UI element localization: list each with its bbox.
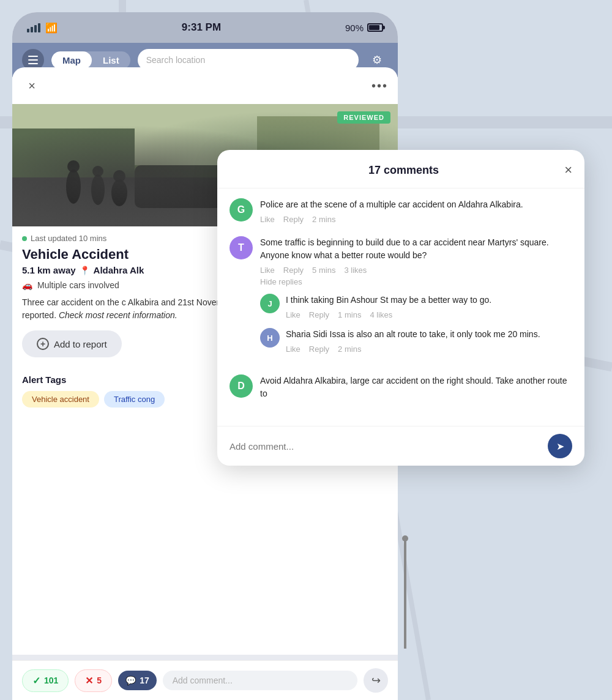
comment-text: Avoid Aldahra Alkabira, large car accide… (260, 374, 572, 400)
reply-button[interactable]: Reply (283, 266, 304, 275)
comment-count-button[interactable]: 💬 17 (118, 671, 157, 690)
car-icon: 🚗 (22, 280, 32, 290)
comment-input[interactable] (230, 441, 542, 452)
menu-icon (28, 59, 38, 61)
like-button[interactable]: Like (260, 266, 275, 275)
reviewed-badge: REVIEWED (337, 111, 390, 124)
vote-no-count: 5 (97, 676, 102, 685)
tag-label: Traffic cong (114, 395, 155, 404)
comment-actions: Like Reply 2 mins (260, 215, 572, 224)
battery-percent: 90% (345, 23, 364, 33)
type-text: Multiple cars involved (37, 280, 119, 290)
reply-actions: Like Reply 2 mins (286, 344, 572, 354)
comment-actions: Like Reply 5 mins 3 likes (260, 266, 572, 275)
send-button[interactable]: ➤ (548, 434, 572, 458)
card-header: × ••• (12, 67, 398, 104)
comment-text: Police are at the scene of a multiple ca… (260, 198, 572, 211)
add-icon: + (37, 338, 49, 350)
close-button[interactable]: × (22, 76, 42, 95)
comments-body: G Police are at the scene of a multiple … (217, 188, 584, 426)
like-button[interactable]: Like (260, 215, 275, 224)
search-placeholder: Search location (146, 55, 206, 65)
battery-icon (367, 23, 383, 32)
vote-yes-count: 101 (44, 676, 58, 685)
tag-traffic-cong[interactable]: Traffic cong (104, 391, 165, 408)
reply-item: J I think taking Bin Ashour St may be a … (260, 294, 572, 319)
comments-panel: 17 comments × G Police are at the scene … (217, 150, 584, 466)
comments-header: 17 comments × (217, 150, 584, 188)
send-icon: ➤ (556, 441, 564, 452)
more-button[interactable]: ••• (371, 79, 388, 93)
vote-no-button[interactable]: ✕ 5 (75, 669, 112, 692)
svg-point-6 (402, 535, 408, 542)
add-to-report-label: Add to report (54, 339, 107, 349)
reply-content: I think taking Bin Ashour St may be a be… (286, 294, 572, 319)
reply-button[interactable]: Reply (309, 310, 329, 319)
comment-item: T Some traffic is beginning to build due… (230, 236, 572, 362)
comment-content: Avoid Aldahra Alkabira, large car accide… (260, 374, 572, 404)
description-italic: Check most recent information. (59, 310, 177, 320)
menu-icon (28, 63, 38, 64)
chat-icon: 💬 (125, 676, 136, 685)
share-icon: ↪ (371, 674, 381, 687)
reply-avatar: J (260, 294, 280, 313)
wifi-icon: 📶 (45, 22, 58, 34)
location-text: Aldahra Alk (94, 265, 144, 275)
comments-close-button[interactable]: × (564, 162, 572, 178)
battery-fill (369, 25, 379, 30)
last-updated-text: Last updated 10 mins (31, 234, 106, 243)
comment-likes: 3 likes (344, 266, 367, 275)
battery-area: 90% (345, 23, 383, 33)
checkmark-icon: ✓ (32, 675, 40, 687)
comment-input-mini[interactable]: Add comment... (163, 671, 357, 690)
add-to-report-button[interactable]: + Add to report (22, 330, 122, 357)
comment-placeholder: Add comment... (173, 676, 233, 685)
avatar: G (230, 198, 253, 222)
avatar-letter: D (237, 381, 245, 392)
hide-replies-button[interactable]: Hide replies (260, 277, 572, 286)
bottom-action-bar: ✓ 101 ✕ 5 💬 17 Add comment... ↪ (12, 660, 398, 700)
tab-group: Map List (51, 51, 130, 69)
comment-count: 17 (140, 676, 149, 685)
distance-text: 5.1 km away (22, 265, 76, 275)
avatar-letter: G (237, 204, 245, 215)
comment-content: Police are at the scene of a multiple ca… (260, 198, 572, 224)
comment-time: 5 mins (312, 266, 335, 275)
status-left: 📶 (27, 22, 58, 34)
tag-label: Vehicle accident (32, 395, 89, 404)
avatar: D (230, 374, 253, 398)
x-icon: ✕ (85, 675, 93, 687)
avatar-letter: H (267, 333, 272, 343)
comment-text: Some traffic is beginning to build due t… (260, 236, 572, 262)
like-button[interactable]: Like (286, 310, 300, 319)
reply-content: Sharia Sidi Issa is also an alt route to… (286, 328, 572, 354)
reply-likes: 4 likes (370, 310, 392, 319)
tag-vehicle-accident[interactable]: Vehicle accident (22, 391, 99, 408)
signal-icon (27, 23, 40, 32)
status-bar: 📶 9:31 PM 90% (12, 12, 398, 43)
avatar: T (230, 236, 253, 259)
green-dot (22, 236, 27, 241)
reply-actions: Like Reply 1 mins 4 likes (286, 310, 572, 319)
comment-item: G Police are at the scene of a multiple … (230, 198, 572, 224)
tab-list[interactable]: List (92, 51, 130, 69)
comments-title: 17 comments (368, 164, 439, 177)
menu-icon (28, 56, 38, 57)
like-button[interactable]: Like (286, 344, 300, 354)
status-time: 9:31 PM (182, 21, 221, 34)
reply-text: I think taking Bin Ashour St may be a be… (286, 294, 572, 307)
reply-time: 1 mins (338, 310, 361, 319)
reply-text: Sharia Sidi Issa is also an alt route to… (286, 328, 572, 341)
reply-button[interactable]: Reply (283, 215, 304, 224)
vote-yes-button[interactable]: ✓ 101 (22, 669, 69, 692)
replies-section: J I think taking Bin Ashour St may be a … (260, 294, 572, 354)
tab-map[interactable]: Map (51, 51, 92, 69)
comment-time: 2 mins (312, 215, 335, 224)
share-button[interactable]: ↪ (364, 668, 388, 693)
reply-item: H Sharia Sidi Issa is also an alt route … (260, 328, 572, 354)
location-pin-icon: 📍 (80, 266, 90, 275)
reply-button[interactable]: Reply (309, 344, 329, 354)
avatar-letter: J (267, 299, 272, 308)
svg-rect-5 (404, 538, 406, 649)
reply-time: 2 mins (338, 344, 361, 354)
